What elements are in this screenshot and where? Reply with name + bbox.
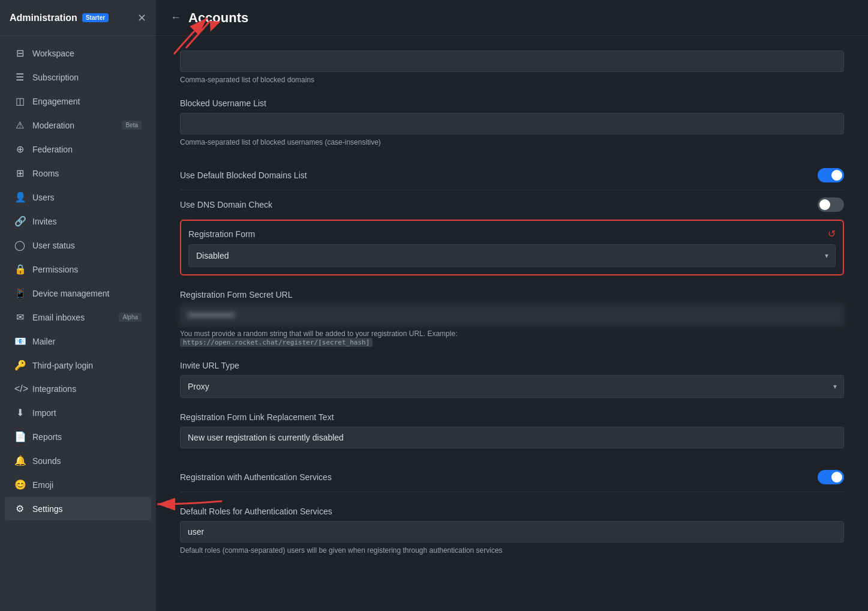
sidebar-item-device-management[interactable]: 📱Device management [5,281,151,305]
blocked-username-group: Blocked Username List Comma-separated li… [180,98,844,146]
registration-auth-toggle[interactable] [818,470,844,484]
sidebar-item-third-party-login[interactable]: 🔑Third-party login [5,354,151,377]
invite-url-select[interactable]: Proxy Direct [180,375,844,398]
registration-link-input[interactable] [180,427,844,448]
moderation-icon: ⚠ [14,119,25,131]
sidebar-item-subscription[interactable]: ☰Subscription [5,65,151,89]
blocked-username-hint: Comma-separated list of blocked username… [180,138,844,146]
third-party-login-icon: 🔑 [14,360,25,371]
use-default-blocked-toggle[interactable] [818,168,844,182]
invite-url-label: Invite URL Type [180,361,844,370]
sidebar-item-invites[interactable]: 🔗Invites [5,209,151,233]
mailer-icon: 📧 [14,336,25,347]
registration-link-label: Registration Form Link Replacement Text [180,412,844,422]
sidebar-item-import[interactable]: ⬇Import [5,401,151,424]
default-roles-hint: Default roles (comma-separated) users wi… [180,546,844,555]
sidebar-item-badge-moderation: Beta [122,121,142,130]
registration-form-group: Registration Form ↺ Disabled Public Secr… [180,220,844,275]
sidebar-item-integrations[interactable]: </>Integrations [5,378,151,400]
sidebar-item-label-subscription: Subscription [32,73,142,82]
sidebar-item-label-federation: Federation [32,145,142,154]
blocked-username-input[interactable] [180,113,844,134]
sidebar-item-label-workspace: Workspace [32,49,142,58]
sidebar-item-user-status[interactable]: ◯User status [5,233,151,257]
blocked-domains-group: Comma-separated list of blocked domains [180,50,844,84]
sidebar-nav: ⊟Workspace☰Subscription◫Engagement⚠Moder… [0,36,156,611]
emoji-icon: 😊 [14,479,25,490]
sidebar-item-settings[interactable]: ⚙Settings [5,497,151,520]
sounds-icon: 🔔 [14,455,25,466]
reset-icon[interactable]: ↺ [828,228,836,239]
rooms-icon: ⊞ [14,167,25,179]
sidebar-item-label-mailer: Mailer [32,337,142,346]
email-inboxes-icon: ✉ [14,312,25,323]
use-dns-label: Use DNS Domain Check [180,200,272,209]
use-dns-toggle[interactable] [818,197,844,212]
sidebar-item-emoji[interactable]: 😊Emoji [5,473,151,496]
sidebar-item-label-reports: Reports [32,432,142,442]
blocked-domains-hint: Comma-separated list of blocked domains [180,76,844,84]
sidebar-item-reports[interactable]: 📄Reports [5,425,151,448]
use-dns-row: Use DNS Domain Check [180,190,844,220]
sidebar-item-label-engagement: Engagement [32,97,142,106]
sidebar-item-label-user-status: User status [32,241,142,250]
main-content: Comma-separated list of blocked domains … [156,36,868,611]
permissions-icon: 🔒 [14,263,25,275]
default-roles-input[interactable] [180,521,844,543]
sidebar: Administration Starter ✕ ⊟Workspace☰Subs… [0,0,156,611]
sidebar-item-label-import: Import [32,408,142,418]
registration-form-select-wrapper: Disabled Public Secret URL ▾ [188,244,836,267]
subscription-icon: ☰ [14,71,25,83]
sidebar-item-label-sounds: Sounds [32,456,142,466]
sidebar-item-label-invites: Invites [32,217,142,226]
invite-url-group: Invite URL Type Proxy Direct ▾ [180,361,844,398]
sidebar-item-label-settings: Settings [32,504,142,514]
back-button[interactable]: ← [170,11,181,24]
sidebar-close-button[interactable]: ✕ [137,11,146,25]
workspace-icon: ⊟ [14,47,25,59]
sidebar-item-label-moderation: Moderation [32,121,115,130]
sidebar-item-label-emoji: Emoji [32,480,142,490]
sidebar-item-engagement[interactable]: ◫Engagement [5,89,151,113]
settings-icon: ⚙ [14,503,25,514]
sidebar-item-sounds[interactable]: 🔔Sounds [5,449,151,472]
blocked-domains-input[interactable] [180,50,844,72]
default-roles-label: Default Roles for Authentication Service… [180,507,844,516]
sidebar-item-label-integrations: Integrations [32,384,142,394]
sidebar-item-label-third-party-login: Third-party login [32,361,142,370]
registration-secret-input[interactable] [180,304,844,326]
sidebar-item-label-rooms: Rooms [32,169,142,178]
main-area: ← Accounts Comma-separated list of block… [156,0,868,611]
federation-icon: ⊕ [14,143,25,155]
sidebar-item-users[interactable]: 👤Users [5,185,151,209]
registration-secret-example: https://open.rocket.chat/register/[secre… [180,338,373,347]
registration-secret-hint: You must provide a random string that wi… [180,330,844,346]
registration-secret-label: Registration Form Secret URL [180,290,844,299]
reports-icon: 📄 [14,431,25,442]
sidebar-item-email-inboxes[interactable]: ✉Email inboxesAlpha [5,306,151,329]
registration-form-label: Registration Form ↺ [188,228,836,239]
registration-secret-group: Registration Form Secret URL You must pr… [180,290,844,346]
main-header: ← Accounts [156,0,868,36]
sidebar-item-federation[interactable]: ⊕Federation [5,137,151,161]
blocked-username-label: Blocked Username List [180,98,844,108]
use-default-blocked-row: Use Default Blocked Domains List [180,161,844,190]
sidebar-item-workspace[interactable]: ⊟Workspace [5,41,151,65]
starter-badge: Starter [82,13,109,22]
sidebar-item-mailer[interactable]: 📧Mailer [5,330,151,353]
sidebar-item-label-users: Users [32,193,142,202]
sidebar-item-moderation[interactable]: ⚠ModerationBeta [5,113,151,137]
default-roles-group: Default Roles for Authentication Service… [180,507,844,555]
registration-form-select[interactable]: Disabled Public Secret URL [188,244,836,267]
import-icon: ⬇ [14,407,25,418]
sidebar-item-permissions[interactable]: 🔒Permissions [5,257,151,281]
registration-link-group: Registration Form Link Replacement Text [180,412,844,448]
page-title: Accounts [188,10,248,26]
sidebar-item-label-permissions: Permissions [32,265,142,274]
sidebar-item-label-email-inboxes: Email inboxes [32,313,112,322]
sidebar-item-badge-email-inboxes: Alpha [119,313,142,322]
sidebar-item-rooms[interactable]: ⊞Rooms [5,161,151,185]
engagement-icon: ◫ [14,95,25,107]
sidebar-title: Administration [10,13,77,23]
integrations-icon: </> [14,384,25,394]
